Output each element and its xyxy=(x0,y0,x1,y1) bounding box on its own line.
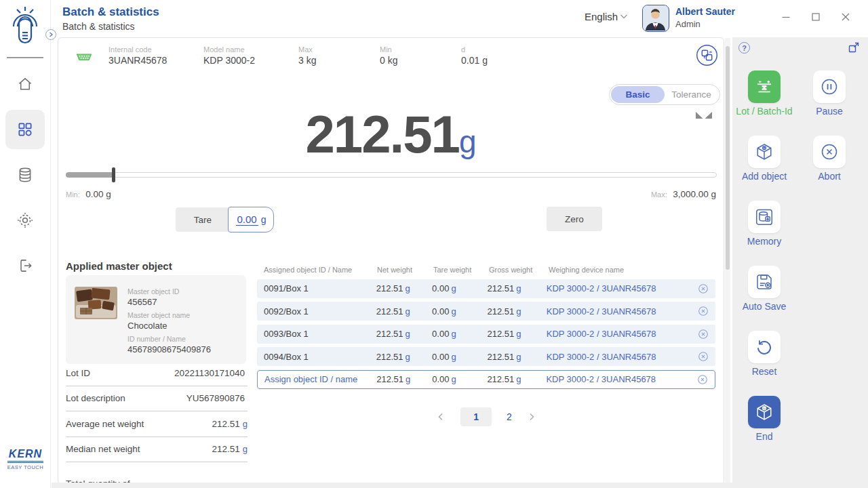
reset-label: Reset xyxy=(752,366,777,377)
user-avatar[interactable] xyxy=(642,5,669,32)
add-object-button[interactable] xyxy=(748,136,781,168)
expand-panel-icon[interactable] xyxy=(848,41,860,54)
tare-value: 0.00 xyxy=(236,214,258,226)
pause-icon xyxy=(819,77,840,97)
tare-button[interactable]: Tare xyxy=(176,207,230,232)
master-object-id-value: 456567 xyxy=(127,297,211,307)
language-label: English xyxy=(585,11,618,22)
device-field-value: 3 kg xyxy=(298,55,380,66)
device-info-bar: Internal code 3UANR45678 Model name KDP … xyxy=(58,38,724,73)
min-label: Min: xyxy=(66,190,80,199)
auto-save-button[interactable] xyxy=(748,266,781,298)
sidebar-divider xyxy=(7,57,43,58)
chevron-down-icon xyxy=(620,14,628,20)
device-field-label: d xyxy=(461,45,488,54)
scale-icon xyxy=(753,76,775,98)
table-row[interactable]: 0091/Box 1 212.51g 0.00g 212.51g KDP 300… xyxy=(257,279,715,298)
weight-range-slider[interactable] xyxy=(66,172,717,178)
tare-input[interactable]: 0.00 g xyxy=(228,207,274,232)
master-object-heading: Applied master object xyxy=(66,260,172,272)
scrollbar-thumb[interactable] xyxy=(726,46,730,270)
memory-button[interactable] xyxy=(748,201,781,233)
page-2-button[interactable]: 2 xyxy=(507,411,512,422)
pagination: 1 2 xyxy=(257,407,715,426)
master-object-id-label: Master object ID xyxy=(127,287,211,296)
switch-device-button[interactable] xyxy=(696,44,718,66)
remove-row-icon[interactable] xyxy=(698,283,709,294)
x-circle-icon xyxy=(819,142,840,162)
max-value: 3,000.00 g xyxy=(673,189,716,199)
sidebar-item-settings[interactable] xyxy=(5,201,45,240)
device-field-value: KDP 3000-2 xyxy=(203,55,298,66)
easy-touch-logo-icon xyxy=(9,5,41,47)
gear-icon xyxy=(16,211,34,229)
sidebar-item-home[interactable] xyxy=(5,64,45,104)
abort-button[interactable] xyxy=(813,136,846,168)
weight-readout: 212.51g xyxy=(58,106,724,163)
page-1-button[interactable]: 1 xyxy=(460,407,492,426)
bottom-strip xyxy=(52,483,868,488)
kern-logo-text: KERN xyxy=(7,448,43,463)
action-panel: ? Lot / Batch-Id Pause xyxy=(732,37,868,488)
master-object-card: Master object ID 456567 Master object na… xyxy=(66,275,246,364)
tab-tolerance[interactable]: Tolerance xyxy=(665,86,718,103)
user-role: Admin xyxy=(675,19,701,29)
maximize-button[interactable] xyxy=(810,12,821,22)
device-field-label: Model name xyxy=(203,45,298,54)
slider-handle[interactable] xyxy=(112,167,115,182)
abort-label: Abort xyxy=(818,171,840,182)
serial-connector-icon xyxy=(75,51,94,63)
close-button[interactable] xyxy=(840,12,851,22)
box-icon xyxy=(754,142,774,162)
auto-save-label: Auto Save xyxy=(743,301,787,312)
device-field-value: 0 kg xyxy=(380,55,461,66)
reset-arrow-icon xyxy=(754,337,774,357)
device-field-value: 0.01 g xyxy=(461,55,488,66)
reset-button[interactable] xyxy=(748,331,781,363)
lot-batch-id-label: Lot / Batch-Id xyxy=(736,106,792,117)
weight-unit: g xyxy=(459,124,477,159)
minimize-button[interactable] xyxy=(781,12,791,22)
box-icon xyxy=(754,402,774,422)
sidebar: KERN EASY TOUCH xyxy=(0,0,51,488)
min-value: 0.00 g xyxy=(85,189,111,199)
sidebar-item-applications[interactable] xyxy=(5,110,45,149)
stat-row: Average net weight 212.51g xyxy=(66,411,248,437)
page-prev-icon[interactable] xyxy=(436,412,446,422)
end-button[interactable] xyxy=(748,396,781,428)
remove-row-icon[interactable] xyxy=(698,306,709,317)
add-object-label: Add object xyxy=(742,171,787,182)
table-row[interactable]: 0094/Box 1 212.51g 0.00g 212.51g KDP 300… xyxy=(257,347,715,366)
sidebar-item-database[interactable] xyxy=(5,155,45,195)
remove-row-icon[interactable] xyxy=(697,374,708,385)
apps-grid-icon xyxy=(16,121,34,138)
pause-button[interactable] xyxy=(813,70,846,103)
breadcrumb: Batch & statistics xyxy=(62,21,135,32)
tare-group: Tare 0.00 g xyxy=(176,207,274,232)
device-field-value: 3UANR45678 xyxy=(108,55,203,66)
device-field-label: Min xyxy=(380,45,461,54)
sidebar-expand-button[interactable] xyxy=(45,29,56,40)
assigned-objects-table: Assigned object ID / Name Net weight Tar… xyxy=(257,264,715,389)
remove-row-icon[interactable] xyxy=(698,329,709,340)
language-selector[interactable]: English xyxy=(585,11,628,22)
sidebar-item-logout[interactable] xyxy=(5,246,45,285)
stat-row: Total quantity of 7 xyxy=(66,462,248,485)
tab-basic[interactable]: Basic xyxy=(611,86,665,103)
easy-touch-tagline: EASY TOUCH xyxy=(0,464,51,470)
logout-icon xyxy=(16,257,34,274)
master-object-name-label: Master object name xyxy=(127,311,211,319)
lot-batch-id-button[interactable] xyxy=(748,70,781,103)
remove-row-icon[interactable] xyxy=(698,351,709,362)
home-icon xyxy=(16,75,34,93)
help-icon[interactable]: ? xyxy=(738,42,750,54)
page-next-icon[interactable] xyxy=(527,412,536,422)
weighing-panel: Internal code 3UANR45678 Model name KDP … xyxy=(58,37,724,485)
table-row[interactable]: 0092/Box 1 212.51g 0.00g 212.51g KDP 300… xyxy=(257,302,715,321)
user-name: Albert Sauter xyxy=(675,6,735,17)
table-row[interactable]: 0093/Box 1 212.51g 0.00g 212.51g KDP 300… xyxy=(257,325,715,344)
table-row-selected[interactable]: Assign object ID / name 212.51g 0.00g 21… xyxy=(257,370,715,389)
end-label: End xyxy=(756,431,773,442)
stat-row: Median net weight 212.51g xyxy=(66,437,248,463)
zero-button[interactable]: Zero xyxy=(547,207,602,231)
